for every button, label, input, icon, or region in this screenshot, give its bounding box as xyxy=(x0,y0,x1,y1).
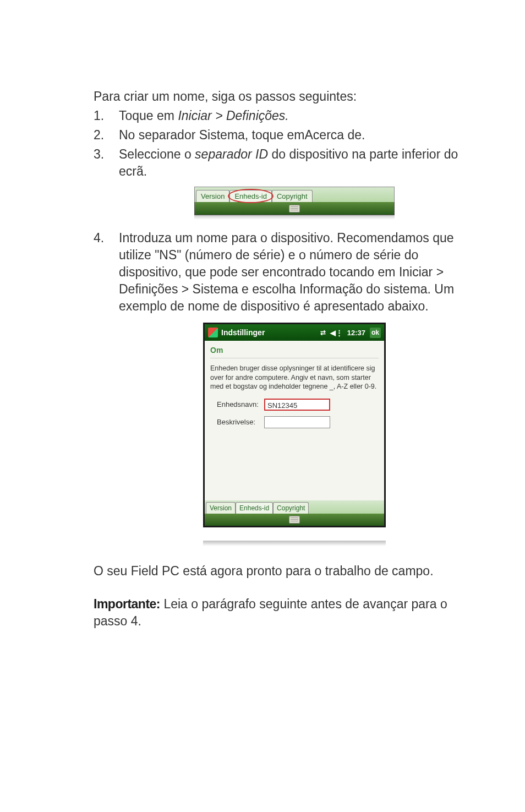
tabs-screenshot: Version Enheds-id Copyright xyxy=(194,187,395,220)
bottom-bar xyxy=(194,202,395,215)
closing-text: O seu Field PC está agora pronto para o … xyxy=(94,563,470,580)
speaker-icon: ◀⋮ xyxy=(330,328,343,338)
device-name-row: Enhedsnavn: SN12345 xyxy=(210,399,379,411)
step-4-text: Introduza um nome para o dispositivo. Re… xyxy=(119,231,454,313)
shadow xyxy=(194,215,395,220)
step-3: Seleccione o separador ID do dispositivo… xyxy=(94,146,470,220)
tab-version: Version xyxy=(196,190,229,203)
ok-button: ok xyxy=(370,328,381,337)
description-row: Beskrivelse: xyxy=(210,416,379,428)
settings-tabs-bar: Version Enheds-id Copyright xyxy=(205,500,384,514)
keyboard-icon xyxy=(289,205,300,212)
step-2-semibold: Acerca de. xyxy=(305,128,365,142)
settings-tab-enheds-id: Enheds-id xyxy=(236,502,273,514)
device-name-label: Enhedsnavn: xyxy=(217,400,264,410)
step-2-prefix: No separador Sistema, toque em xyxy=(119,128,305,142)
step-1: Toque em Iniciar > Definições. xyxy=(94,107,470,124)
title-bar: Indstillinger ⇄ ◀⋮ 12:37 ok xyxy=(205,324,384,341)
keyboard-icon xyxy=(289,516,300,524)
step-4: Introduza um nome para o dispositivo. Re… xyxy=(94,230,470,546)
step-1-prefix: Toque em xyxy=(119,108,178,123)
important-paragraph: Importante: Leia o parágrafo seguinte an… xyxy=(94,596,470,630)
windows-flag-icon xyxy=(208,328,218,337)
important-label: Importante: xyxy=(94,597,160,611)
settings-bottom-bar xyxy=(205,514,384,526)
section-label-om: Om xyxy=(210,345,379,358)
title-icons: ⇄ ◀⋮ 12:37 ok xyxy=(320,328,381,337)
description-input xyxy=(264,416,330,428)
step-3-prefix: Seleccione o xyxy=(119,147,195,161)
settings-tab-version: Version xyxy=(206,502,236,514)
step-3-italic: separador ID xyxy=(195,147,268,161)
steps-list: Toque em Iniciar > Definições. No separa… xyxy=(94,107,470,546)
title-text: Indstillinger xyxy=(221,328,320,338)
tab-copyright: Copyright xyxy=(272,190,313,203)
description-text: Enheden bruger disse oplysninger til at … xyxy=(210,364,379,391)
description-label: Beskrivelse: xyxy=(217,417,264,427)
settings-tab-copyright: Copyright xyxy=(273,502,309,514)
intro-text: Para criar um nome, siga os passos segui… xyxy=(94,88,470,105)
clock-time: 12:37 xyxy=(347,328,365,338)
tabs-bar: Version Enheds-id Copyright xyxy=(194,187,395,202)
signal-icon: ⇄ xyxy=(320,328,326,337)
step-2: No separador Sistema, toque emAcerca de. xyxy=(94,127,470,144)
step-1-italic: Iniciar > Definições. xyxy=(178,108,288,123)
device-name-input: SN12345 xyxy=(264,399,330,411)
tab-enheds-id-circled: Enheds-id xyxy=(229,190,272,203)
settings-shadow xyxy=(203,541,386,546)
settings-screenshot: Indstillinger ⇄ ◀⋮ 12:37 ok Om Enheden b… xyxy=(203,323,386,527)
settings-body: Om Enheden bruger disse oplysninger til … xyxy=(205,341,384,500)
